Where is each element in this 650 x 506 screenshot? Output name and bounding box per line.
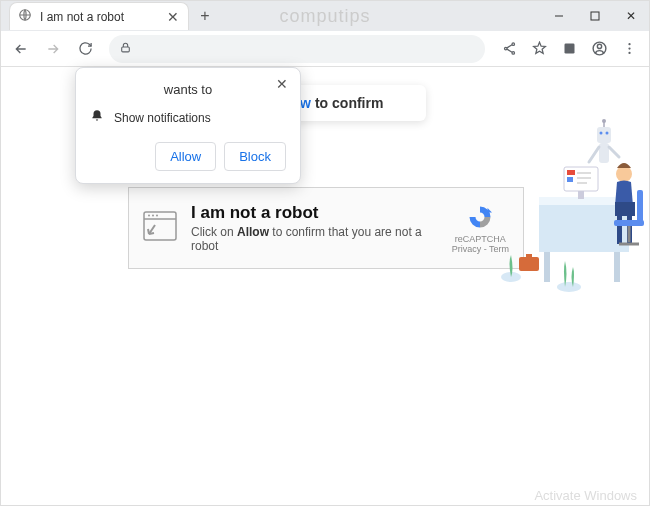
page-content: Allow to confirm ✕ wants to Show notific… <box>1 67 649 506</box>
bookmark-icon[interactable] <box>525 35 553 63</box>
window-controls: ✕ <box>541 1 649 31</box>
svg-point-6 <box>512 52 515 55</box>
svg-point-10 <box>628 43 630 45</box>
bell-icon <box>90 109 104 126</box>
activate-windows-watermark: Activate Windows <box>534 488 637 503</box>
svg-point-11 <box>628 47 630 49</box>
svg-point-36 <box>616 166 632 182</box>
forward-button[interactable] <box>39 35 67 63</box>
minimize-button[interactable] <box>541 1 577 31</box>
svg-point-12 <box>628 52 630 54</box>
svg-rect-37 <box>615 202 635 216</box>
svg-rect-41 <box>614 220 644 226</box>
share-icon[interactable] <box>495 35 523 63</box>
svg-rect-45 <box>526 254 532 258</box>
address-bar[interactable] <box>109 35 485 63</box>
menu-icon[interactable] <box>615 35 643 63</box>
captcha-heading: I am not a robot <box>191 203 438 223</box>
svg-point-32 <box>606 132 609 135</box>
tab-close-icon[interactable]: ✕ <box>166 10 180 24</box>
svg-rect-2 <box>591 12 599 20</box>
banner-rest: to confirm <box>315 95 383 111</box>
svg-rect-3 <box>122 46 130 51</box>
svg-rect-27 <box>577 172 591 174</box>
tab-title: I am not a robot <box>40 10 158 24</box>
maximize-button[interactable] <box>577 1 613 31</box>
svg-rect-26 <box>567 177 573 182</box>
extensions-icon[interactable] <box>555 35 583 63</box>
captcha-sub-prefix: Click on <box>191 225 237 239</box>
svg-rect-21 <box>544 252 550 282</box>
svg-point-16 <box>152 215 154 217</box>
lock-icon <box>119 40 132 58</box>
toolbar-right <box>495 35 643 63</box>
svg-rect-7 <box>564 44 574 54</box>
new-tab-button[interactable]: + <box>193 4 217 28</box>
svg-rect-22 <box>614 252 620 282</box>
svg-rect-33 <box>599 143 609 163</box>
captcha-text: I am not a robot Click on Allow to confi… <box>191 203 438 253</box>
svg-point-9 <box>597 44 601 48</box>
office-illustration <box>489 102 649 302</box>
svg-rect-29 <box>577 182 587 184</box>
toolbar <box>1 31 649 67</box>
svg-rect-40 <box>637 190 643 224</box>
permission-buttons: Allow Block <box>90 142 286 171</box>
globe-icon <box>18 8 32 26</box>
close-window-button[interactable]: ✕ <box>613 1 649 31</box>
svg-rect-25 <box>567 170 575 175</box>
svg-point-35 <box>602 119 606 123</box>
titlebar: I am not a robot ✕ + computips ✕ <box>1 1 649 31</box>
watermark: computips <box>279 6 370 27</box>
notification-permission-dialog: ✕ wants to Show notifications Allow Bloc… <box>75 67 301 184</box>
back-button[interactable] <box>7 35 35 63</box>
browser-tab[interactable]: I am not a robot ✕ <box>9 2 189 30</box>
permission-label: Show notifications <box>114 111 211 125</box>
svg-point-31 <box>600 132 603 135</box>
allow-button[interactable]: Allow <box>155 142 216 171</box>
svg-rect-28 <box>577 177 591 179</box>
captcha-sub-bold: Allow <box>237 225 269 239</box>
reload-button[interactable] <box>71 35 99 63</box>
close-icon[interactable]: ✕ <box>272 74 292 94</box>
profile-icon[interactable] <box>585 35 613 63</box>
window-icon <box>143 211 177 245</box>
svg-point-4 <box>512 43 515 46</box>
svg-point-47 <box>557 282 581 292</box>
permission-row: Show notifications <box>90 109 286 126</box>
block-button[interactable]: Block <box>224 142 286 171</box>
svg-rect-30 <box>597 127 611 143</box>
svg-rect-44 <box>519 257 539 271</box>
svg-point-15 <box>148 215 150 217</box>
svg-rect-24 <box>578 191 584 199</box>
svg-point-17 <box>156 215 158 217</box>
captcha-subtext: Click on Allow to confirm that you are n… <box>191 225 438 253</box>
permission-title: wants to <box>90 82 286 97</box>
captcha-box: I am not a robot Click on Allow to confi… <box>128 187 524 269</box>
svg-point-5 <box>504 47 507 50</box>
